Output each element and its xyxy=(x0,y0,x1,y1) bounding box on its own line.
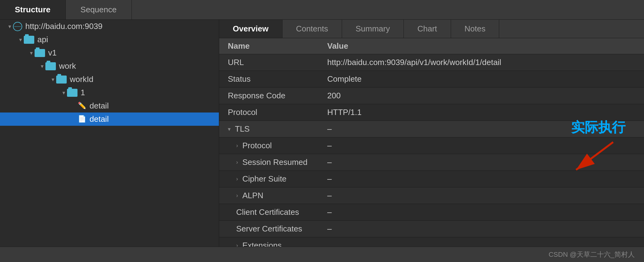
tree-item-workid[interactable]: workId xyxy=(0,73,219,86)
row-url[interactable]: URL http://baidu.com:9039/api/v1/work/wo… xyxy=(219,54,644,71)
tree-label-api: api xyxy=(37,35,48,44)
name-url: URL xyxy=(219,58,324,67)
doc-icon: 📄 xyxy=(78,115,86,124)
tls-protocol-chevron-icon: › xyxy=(236,142,238,149)
value-tls-protocol: – xyxy=(324,141,644,150)
bottom-bar: CSDN @天草二十六_简村人 xyxy=(0,247,644,262)
tab-notes[interactable]: Notes xyxy=(451,20,500,38)
row-client-certs[interactable]: Client Certificates – xyxy=(219,204,644,221)
name-response-code: Response Code xyxy=(219,91,324,100)
row-extensions[interactable]: › Extensions xyxy=(219,237,644,247)
row-status[interactable]: Status Complete xyxy=(219,71,644,88)
name-session-resumed: › Session Resumed xyxy=(219,158,324,167)
folder-icon xyxy=(67,89,77,97)
tree-item-1[interactable]: 1 xyxy=(0,86,219,99)
chevron-icon xyxy=(49,76,56,83)
value-response-code: 200 xyxy=(324,91,644,100)
overview-table: Name Value URL http://baidu.com:9039/api… xyxy=(219,38,644,247)
tree-label-workid: workId xyxy=(70,75,94,84)
header-value: Value xyxy=(324,41,644,51)
row-tls-protocol[interactable]: › Protocol – xyxy=(219,137,644,154)
tree-label-detail-doc: detail xyxy=(90,114,109,124)
tree-item-root[interactable]: http://baidu.com:9039 xyxy=(0,20,219,33)
name-status: Status xyxy=(219,74,324,84)
pencil-icon: ✏️ xyxy=(78,102,86,110)
tab-structure[interactable]: Structure xyxy=(0,0,66,19)
row-cipher-suite[interactable]: › Cipher Suite – xyxy=(219,171,644,187)
row-session-resumed[interactable]: › Session Resumed – xyxy=(219,154,644,171)
value-url: http://baidu.com:9039/api/v1/work/workId… xyxy=(324,58,644,67)
chevron-icon xyxy=(17,36,24,43)
row-protocol[interactable]: Protocol HTTP/1.1 xyxy=(219,104,644,121)
value-cipher-suite: – xyxy=(324,174,644,184)
tree-label-root: http://baidu.com:9039 xyxy=(25,22,102,31)
folder-icon xyxy=(35,49,45,57)
tab-chart[interactable]: Chart xyxy=(404,20,451,38)
main-layout: http://baidu.com:9039 api v1 work workId xyxy=(0,20,644,247)
value-protocol: HTTP/1.1 xyxy=(324,108,644,117)
tree-label-detail-pencil: detail xyxy=(90,101,109,111)
tree-item-work[interactable]: work xyxy=(0,59,219,73)
row-tls[interactable]: ▾ TLS – xyxy=(219,121,644,137)
extensions-chevron-icon: › xyxy=(236,242,238,247)
overview-header: Name Value xyxy=(219,38,644,54)
left-tree-panel: http://baidu.com:9039 api v1 work workId xyxy=(0,20,219,247)
tree-label-work: work xyxy=(59,61,76,71)
row-server-certs[interactable]: Server Certificates – xyxy=(219,221,644,237)
tree-label-v1: v1 xyxy=(48,48,56,58)
chevron-icon xyxy=(39,63,45,70)
folder-icon xyxy=(56,76,67,84)
folder-icon xyxy=(24,36,34,44)
tab-overview[interactable]: Overview xyxy=(219,20,282,38)
tree-label-1: 1 xyxy=(81,88,85,97)
name-tls-protocol: › Protocol xyxy=(219,141,324,150)
chevron-icon xyxy=(28,50,35,56)
value-server-certs: – xyxy=(324,224,644,234)
row-response-code[interactable]: Response Code 200 xyxy=(219,88,644,104)
cipher-suite-chevron-icon: › xyxy=(236,176,238,182)
name-alpn: › ALPN xyxy=(219,191,324,200)
value-status: Complete xyxy=(324,74,644,84)
name-client-certs: Client Certificates xyxy=(219,207,324,217)
header-name: Name xyxy=(219,41,324,51)
row-alpn[interactable]: › ALPN – xyxy=(219,187,644,204)
name-tls: ▾ TLS xyxy=(219,124,324,134)
alpn-chevron-icon: › xyxy=(236,192,238,199)
session-resumed-chevron-icon: › xyxy=(236,159,238,166)
right-tab-bar: Overview Contents Summary Chart Notes xyxy=(219,20,644,38)
value-tls: – xyxy=(324,124,644,134)
tab-summary[interactable]: Summary xyxy=(342,20,404,38)
folder-icon xyxy=(45,62,56,70)
right-panel: Overview Contents Summary Chart Notes Na… xyxy=(219,20,644,247)
tree-item-api[interactable]: api xyxy=(0,33,219,46)
chevron-icon xyxy=(6,23,13,30)
globe-icon xyxy=(13,22,22,31)
value-alpn: – xyxy=(324,191,644,200)
tree-item-detail-doc[interactable]: 📄 detail xyxy=(0,113,219,126)
value-client-certs: – xyxy=(324,207,644,217)
tab-sequence[interactable]: Sequence xyxy=(66,0,132,19)
bottom-label: CSDN @天草二十六_简村人 xyxy=(549,250,635,259)
tree-item-detail-pencil[interactable]: ✏️ detail xyxy=(0,99,219,113)
top-tab-bar: Structure Sequence xyxy=(0,0,644,20)
tls-chevron-icon: ▾ xyxy=(228,126,231,133)
name-protocol: Protocol xyxy=(219,108,324,117)
name-extensions: › Extensions xyxy=(219,241,324,247)
name-server-certs: Server Certificates xyxy=(219,224,324,234)
tab-contents[interactable]: Contents xyxy=(282,20,342,38)
name-cipher-suite: › Cipher Suite xyxy=(219,174,324,184)
tree-item-v1[interactable]: v1 xyxy=(0,46,219,59)
chevron-icon xyxy=(60,89,67,96)
value-session-resumed: – xyxy=(324,158,644,167)
